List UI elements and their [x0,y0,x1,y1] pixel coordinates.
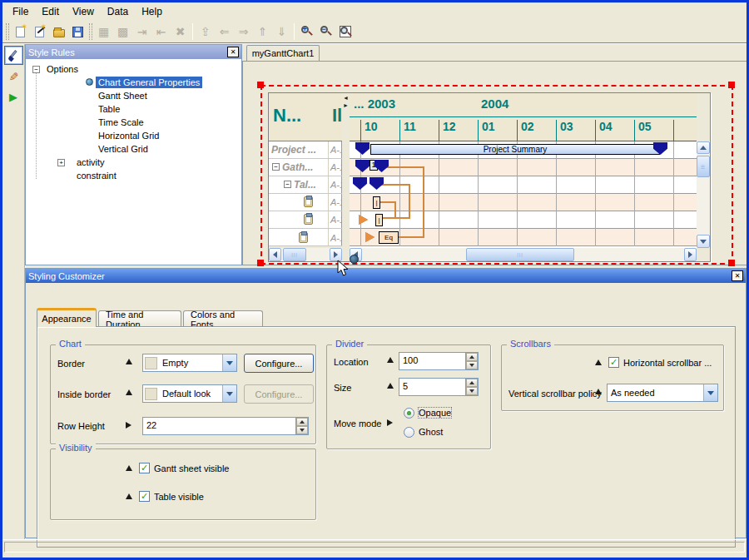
spinner-down-icon[interactable] [466,387,478,395]
selection-handle-se[interactable] [728,260,735,266]
location-spinner[interactable]: 100 [399,352,479,370]
style-brush-button[interactable] [4,46,23,65]
column-header-name[interactable]: N... [273,105,301,126]
open-file-icon[interactable] [49,22,68,41]
chevron-down-icon[interactable] [222,385,236,402]
configure-inside-border-button[interactable]: Configure... [244,384,314,404]
table-row[interactable]: A-1.. [269,194,342,211]
table-hscroll-thumb[interactable]: ||| [283,248,306,261]
table-row[interactable]: Project ... A-.. [269,141,342,159]
menu-file[interactable]: File [6,4,35,19]
summary-bar[interactable]: Project Summary [370,144,660,155]
validate-icon[interactable]: ⇪ [196,22,215,41]
delete-icon[interactable]: ✖ [171,22,190,41]
collapse-toggle-icon[interactable]: − [32,66,40,73]
horizontal-scrollbar-checkbox[interactable] [608,357,619,368]
tree-item-table[interactable]: Table [26,102,241,116]
spinner-up-icon[interactable] [466,379,478,387]
new-document-icon[interactable]: ✶ [11,22,30,41]
vertical-policy-combobox[interactable]: As needed [607,384,718,402]
gantt-sheet-visible-label[interactable]: Gantt sheet visible [154,463,230,473]
selection-handle-ne[interactable] [728,82,735,88]
save-file-icon[interactable] [68,22,87,41]
collapse-toggle-icon[interactable]: − [272,163,280,171]
chevron-down-icon[interactable] [703,384,717,401]
selection-handle-nw[interactable] [257,82,264,88]
run-button[interactable]: ▶ [4,87,23,107]
table-sheet-divider[interactable]: ◄ ► [342,93,350,261]
link-from-icon[interactable]: ⇥ [132,22,151,41]
outdent-icon[interactable]: ⇐ [215,22,234,41]
table-row[interactable]: A-.. [269,229,342,246]
border-combobox[interactable]: Empty [142,354,237,372]
size-spinner[interactable]: 5 [399,378,479,396]
horizontal-scrollbar-label[interactable]: Horizontal scrollbar ... [623,358,712,368]
task-bar[interactable]: Eq [379,231,399,244]
tree-item-time-scale[interactable]: Time Scale [26,116,241,129]
spinner-down-icon[interactable] [466,361,478,369]
sheet-hscroll-right-arrow[interactable] [684,248,697,261]
attach-table-icon[interactable]: ▦ [94,22,113,41]
new-from-wizard-icon[interactable]: ✶ [30,22,49,41]
table-hscroll-left-arrow[interactable] [269,248,281,261]
task-bar[interactable]: | [375,214,383,226]
gantt-chart-preview[interactable]: N... Il Project ... A-.. − Gath... A-1.. [268,92,711,262]
indent-icon[interactable]: ⇒ [234,22,253,41]
close-icon[interactable]: ✕ [732,270,743,281]
ghost-radio-label[interactable]: Ghost [419,427,443,437]
table-row[interactable]: A-1.. [269,211,342,229]
zoom-in-icon[interactable]: + [297,22,316,41]
menu-data[interactable]: Data [101,4,135,19]
configure-border-button[interactable]: Configure... [244,354,314,373]
sheet-vscroll-up-arrow[interactable] [697,141,710,154]
spinner-up-icon[interactable] [296,418,308,426]
tab-time-and-duration[interactable]: Time and Duration [98,310,181,327]
tree-item-chart-general-properties[interactable]: Chart General Properties [26,76,241,89]
tree-item-vertical-grid[interactable]: Vertical Grid [26,142,241,156]
zoom-out-icon[interactable]: − [316,22,335,41]
move-down-icon[interactable]: ⇓ [272,22,291,41]
sheet-vscroll-thumb[interactable]: ☰ [697,156,710,177]
table-row[interactable]: − Gath... A-1.. [269,159,342,176]
tree-item-gantt-sheet[interactable]: Gantt Sheet [26,89,241,102]
close-icon[interactable]: ✕ [227,47,239,57]
table-visible-checkbox[interactable] [139,491,150,502]
menu-help[interactable]: Help [135,4,169,19]
collapse-toggle-icon[interactable]: − [284,181,291,188]
spinner-up-icon[interactable] [466,353,478,361]
row-height-spinner[interactable]: 22 [142,417,309,435]
detach-table-icon[interactable]: ▩ [113,22,132,41]
gantt-grid[interactable]: Project Summary 1 | | [350,141,697,246]
edit-pencil-button[interactable]: ✎ [4,67,23,86]
expand-toggle-icon[interactable]: + [57,159,65,166]
menu-view[interactable]: View [66,4,101,19]
zoom-fit-icon[interactable] [335,22,355,41]
sheet-vscroll-down-arrow[interactable] [697,235,710,248]
inside-border-combobox[interactable]: Default look [142,384,237,403]
move-up-icon[interactable]: ⇑ [253,22,272,41]
opaque-radio-label[interactable]: Opaque [419,408,451,418]
chevron-down-icon[interactable] [222,354,236,371]
gantt-sheet-visible-checkbox[interactable] [139,463,150,473]
opaque-radio[interactable] [404,408,414,419]
tree-item-constraint[interactable]: constraint [26,169,241,182]
ghost-radio[interactable] [404,427,414,438]
sheet-hscroll-thumb[interactable]: ||| [466,248,574,261]
timescale-months-row[interactable]: 10 11 12 01 02 03 04 05 [350,117,697,141]
column-header-id[interactable]: Il [332,105,342,126]
tree-item-horizontal-grid[interactable]: Horizontal Grid [26,129,241,142]
spinner-down-icon[interactable] [296,426,308,434]
menu-edit[interactable]: Edit [35,4,66,19]
tab-colors-and-fonts[interactable]: Colors and Fonts [183,310,263,327]
selection-handle-sw[interactable] [257,260,264,266]
tab-appearance[interactable]: Appearance [37,308,97,327]
tree-item-options[interactable]: − Options [26,62,241,76]
divider-right-arrow-icon[interactable]: ► [343,102,349,108]
divider-left-arrow-icon[interactable]: ◄ [343,95,349,101]
link-to-icon[interactable]: ⇤ [151,22,171,41]
table-row[interactable]: − Tal... A-1.. [269,176,342,194]
table-visible-label[interactable]: Table visible [154,492,204,502]
timescale-years-row[interactable]: ... 2003 2004 [350,93,697,117]
task-bar[interactable]: | [373,196,380,209]
tree-item-activity[interactable]: + activity [26,156,241,169]
